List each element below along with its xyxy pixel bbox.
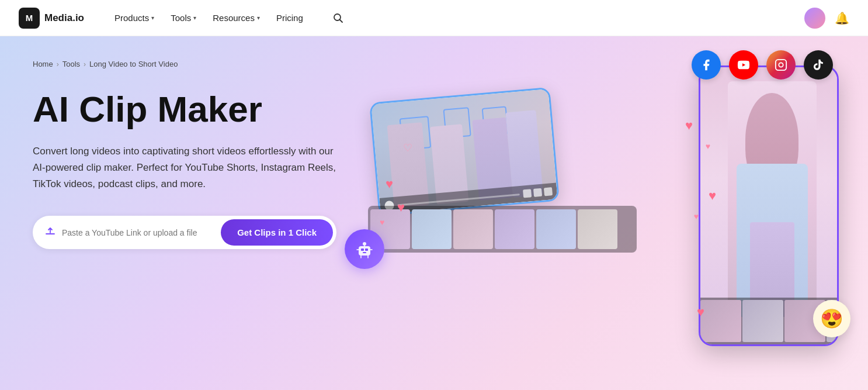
page-title: AI Clip Maker [33,89,362,129]
heart-decoration: ♥ [685,118,693,133]
search-icon [332,12,344,24]
progress-bar [397,194,519,206]
logo-icon: M [19,8,40,29]
thumbnail-item [536,209,576,249]
youtube-url-input[interactable] [62,228,221,237]
breadcrumb-tools[interactable]: Tools [63,60,80,68]
upload-icon [44,225,56,240]
breadcrumb-home[interactable]: Home [33,60,53,68]
thumbnail-item [578,209,617,249]
social-icons [692,50,833,80]
brand-name: Media.io [44,12,84,24]
tiktok-icon[interactable] [804,50,833,80]
hero-right: ♥ ♥ ♥ ♡ ♥ ♥ ♥ ♥ ♥ 😍 [362,36,868,390]
thumbnail-item [700,300,741,342]
url-input-row: Get Clips in 1 Click [33,216,336,249]
navbar: M Media.io Products ▾ Tools ▾ Resources … [0,0,868,36]
heart-decoration: ♥ [386,177,393,192]
emoji-decoration: 😍 [813,300,850,337]
hero-left: Home › Tools › Long Video to Short Video… [0,36,362,390]
thumbnail-item [495,209,534,249]
nav-resources[interactable]: Resources ▾ [206,8,267,27]
svg-rect-8 [365,249,368,251]
heart-decoration: ♥ [694,212,699,221]
chevron-down-icon: ▾ [193,15,196,21]
thumbnail-strip-wide [368,206,637,253]
thumbnail-item [742,300,783,342]
thumbnail-item [453,209,493,249]
chevron-down-icon: ▾ [257,15,260,21]
logo-area[interactable]: M Media.io [19,8,84,29]
heart-decoration: ♥ [380,218,384,227]
ai-robot-bubble [345,229,384,269]
landscape-video-card [369,87,560,216]
heart-decoration: ♥ [697,305,704,320]
heart-decoration: ♥ [709,188,716,203]
svg-rect-7 [361,249,364,251]
facebook-icon[interactable] [692,50,721,80]
instagram-icon[interactable] [766,50,796,80]
breadcrumb-sep-2: › [84,60,86,68]
video-preview [371,89,557,215]
settings-icon [544,187,553,196]
control-icons [523,187,553,198]
get-clips-button[interactable]: Get Clips in 1 Click [221,219,333,246]
nav-tools[interactable]: Tools ▾ [164,8,203,27]
thumbnail-item [412,209,452,249]
hero-description: Convert long videos into captivating sho… [33,143,336,192]
svg-point-5 [784,62,784,63]
breadcrumb: Home › Tools › Long Video to Short Video [33,60,362,68]
heart-decoration: ♥ [706,141,710,151]
nav-right: 🔔 [804,8,849,29]
nav-pricing[interactable]: Pricing [269,8,310,27]
search-button[interactable] [329,9,348,27]
portrait-video-card [699,65,839,346]
fullscreen-icon [533,188,542,197]
nav-links: Products ▾ Tools ▾ Resources ▾ Pricing [107,8,310,27]
breadcrumb-sep-1: › [57,60,59,68]
chevron-down-icon: ▾ [151,15,154,21]
breadcrumb-current: Long Video to Short Video [89,60,178,68]
heart-decoration: ♡ [403,141,412,154]
nav-products[interactable]: Products ▾ [107,8,161,27]
svg-rect-3 [776,60,786,70]
svg-rect-6 [359,246,370,256]
svg-rect-9 [363,252,366,253]
volume-icon [523,189,532,198]
svg-point-10 [363,242,366,246]
notification-bell-icon[interactable]: 🔔 [835,11,849,25]
youtube-icon[interactable] [729,50,758,80]
svg-line-1 [339,19,342,22]
user-avatar[interactable] [804,8,825,29]
hero-section: Home › Tools › Long Video to Short Video… [0,36,868,390]
svg-point-4 [779,63,783,67]
heart-decoration: ♥ [397,200,405,215]
